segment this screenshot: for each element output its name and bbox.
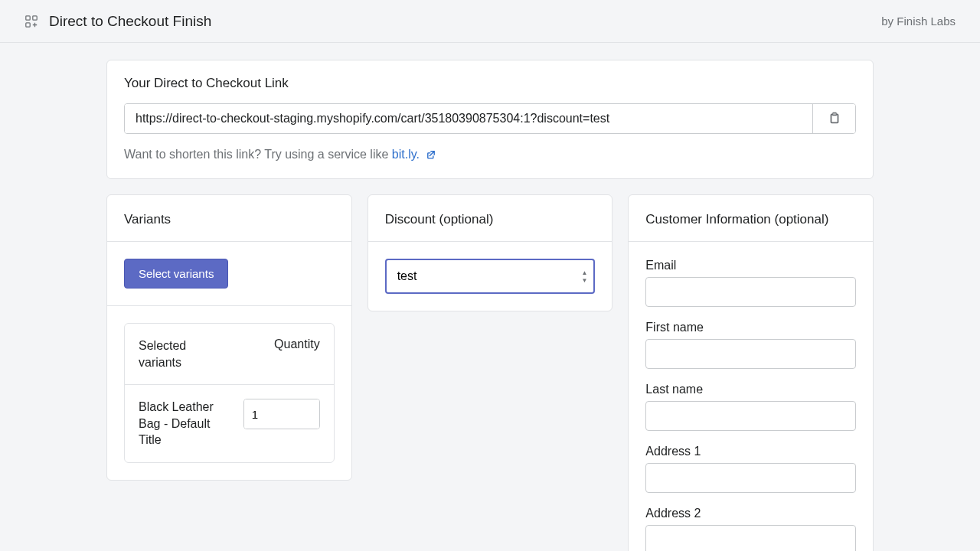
variants-title: Variants xyxy=(107,195,351,241)
svg-rect-0 xyxy=(26,15,30,19)
variants-table-header: Selected variants Quantity xyxy=(125,324,334,385)
link-card-title: Your Direct to Checkout Link xyxy=(124,76,856,91)
last-name-label: Last name xyxy=(645,383,856,396)
quantity-stepper: ▲ ▼ xyxy=(243,399,320,429)
first-name-field[interactable] xyxy=(645,339,856,369)
email-label: Email xyxy=(645,259,856,272)
shorten-hint: Want to shorten this link? Try using a s… xyxy=(124,148,856,163)
topbar-left: Direct to Checkout Finish xyxy=(24,13,211,30)
address1-field[interactable] xyxy=(645,463,856,493)
variants-table: Selected variants Quantity Black Leather… xyxy=(124,323,335,463)
clipboard-icon xyxy=(828,111,841,127)
discount-input[interactable] xyxy=(385,259,596,294)
address1-label: Address 1 xyxy=(645,445,856,458)
app-grid-icon xyxy=(24,15,38,28)
page: Your Direct to Checkout Link Want to sho… xyxy=(0,43,980,551)
variant-name: Black Leather Bag - Default Title xyxy=(139,399,233,448)
col-selected-variants: Selected variants xyxy=(139,337,233,370)
link-field xyxy=(124,103,856,134)
checkout-link-input[interactable] xyxy=(125,104,812,133)
first-name-label: First name xyxy=(645,321,856,334)
topbar: Direct to Checkout Finish by Finish Labs xyxy=(0,0,980,43)
address2-label: Address 2 xyxy=(645,507,856,520)
link-card: Your Direct to Checkout Link Want to sho… xyxy=(106,60,874,179)
address2-field[interactable] xyxy=(645,525,856,551)
last-name-field[interactable] xyxy=(645,401,856,431)
discount-title: Discount (optional) xyxy=(368,195,612,241)
svg-rect-2 xyxy=(26,22,30,26)
table-row: Black Leather Bag - Default Title ▲ ▼ xyxy=(125,385,334,462)
external-link-icon xyxy=(426,149,436,163)
quantity-input[interactable] xyxy=(244,399,320,429)
customer-card: Customer Information (optional) Email Fi… xyxy=(628,194,874,551)
select-variants-button[interactable]: Select variants xyxy=(124,259,228,289)
bitly-link[interactable]: bit.ly. xyxy=(392,148,420,161)
col-quantity: Quantity xyxy=(243,337,320,370)
variants-card: Variants Select variants Selected varian… xyxy=(106,194,352,481)
svg-rect-1 xyxy=(33,15,37,19)
copy-button[interactable] xyxy=(812,104,855,133)
discount-card: Discount (optional) ▲▼ xyxy=(368,194,613,311)
customer-title: Customer Information (optional) xyxy=(629,195,873,241)
hint-text: Want to shorten this link? Try using a s… xyxy=(124,148,392,161)
vendor-label: by Finish Labs xyxy=(881,15,956,28)
page-title: Direct to Checkout Finish xyxy=(49,13,211,30)
email-field[interactable] xyxy=(645,277,856,307)
